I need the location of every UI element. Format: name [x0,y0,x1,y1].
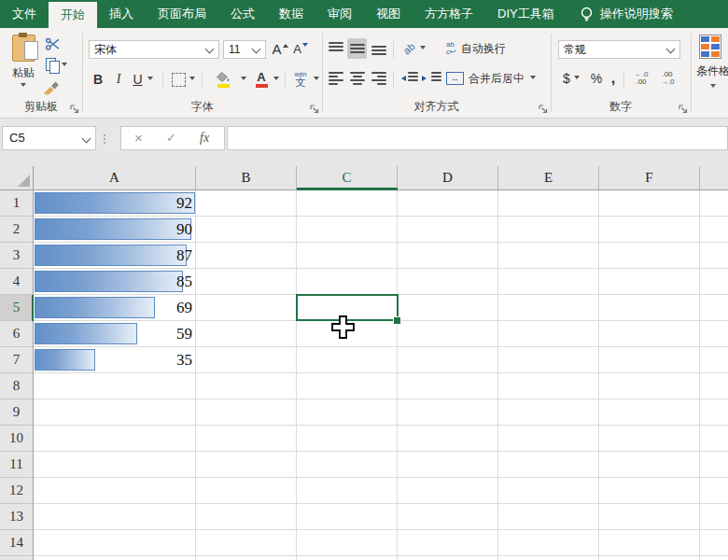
row-header-13[interactable]: 13 [0,504,33,530]
cut-button[interactable] [43,35,62,52]
accounting-format-button[interactable]: $ [558,68,584,89]
phonetic-guide-button[interactable]: wén文 [290,67,311,91]
font-size-combobox[interactable]: 11 [223,40,266,59]
tab-home[interactable]: 开始 [49,2,97,28]
tab-formulas[interactable]: 公式 [218,0,267,28]
row-header-4[interactable]: 4 [0,269,33,295]
borders-button[interactable] [168,69,198,90]
column-header-A[interactable]: A [34,166,196,189]
comma-glyph: , [611,70,615,87]
top-align-icon [329,42,343,55]
fill-handle[interactable] [393,316,401,325]
grow-font-button[interactable]: A [271,38,289,59]
tab-diy-toolbox[interactable]: DIY工具箱 [485,0,567,28]
column-header-C[interactable]: C [297,166,398,189]
row-header-11[interactable]: 11 [0,452,33,478]
row-header-12[interactable]: 12 [0,478,33,504]
align-center-button[interactable] [347,68,367,89]
decrease-decimal-icon: .00→.0 [661,71,675,86]
format-painter-button[interactable] [41,79,62,96]
row-header-1[interactable]: 1 [0,190,33,217]
cell-value: 59 [176,321,192,346]
cell-A4[interactable]: 85 [34,269,196,295]
percent-style-button[interactable]: % [588,68,605,89]
row-header-2[interactable]: 2 [0,217,33,243]
font-dialog-launcher[interactable] [310,105,319,114]
increase-indent-button[interactable] [421,68,441,89]
cell-A7[interactable]: 35 [34,347,196,373]
cell-A5[interactable]: 69 [34,295,196,321]
top-align-button[interactable] [326,38,345,59]
row-header-15[interactable]: 15 [0,556,33,560]
tab-insert[interactable]: 插入 [97,0,146,28]
wrap-text-icon: abc↩ [446,41,456,56]
row-header-6[interactable]: 6 [0,321,33,347]
tab-ffcell-addin[interactable]: 方方格子 [413,0,485,28]
middle-align-button[interactable] [347,38,367,59]
increase-decimal-button[interactable]: ←.0.00 [629,68,653,89]
font-name-chevron-icon [205,45,215,54]
conditional-formatting-caret[interactable] [707,82,719,91]
cell-A1[interactable]: 92 [34,190,196,217]
align-right-button[interactable] [369,68,388,89]
paste-button[interactable]: 粘贴 [4,33,43,91]
row-header-9[interactable]: 9 [0,399,33,426]
tell-me-search[interactable]: 操作说明搜索 [580,0,673,28]
bottom-align-button[interactable] [369,38,388,59]
conditional-formatting-button[interactable] [698,34,722,60]
shrink-font-button[interactable]: A [291,38,310,59]
copy-button[interactable] [42,57,70,74]
row-header-5[interactable]: 5 [0,295,33,321]
cell-A2[interactable]: 90 [34,217,196,243]
wrap-text-button[interactable]: abc↩ 自动换行 [446,38,539,59]
tell-me-label: 操作说明搜索 [600,6,673,22]
column-header-D[interactable]: D [398,166,498,189]
italic-button[interactable]: I [112,69,125,90]
fill-color-caret[interactable] [239,69,248,90]
orientation-button[interactable]: ab [399,38,430,59]
insert-function-button[interactable]: fx [200,127,209,149]
column-header-partial[interactable] [700,166,728,189]
decrease-indent-button[interactable] [398,68,418,89]
tab-review[interactable]: 审阅 [315,0,364,28]
font-name-combobox[interactable]: 宋体 [89,40,219,59]
phonetic-caret[interactable] [312,69,321,90]
cell-A6[interactable]: 59 [34,321,196,347]
column-header-F[interactable]: F [599,166,700,189]
ribbon: 粘贴 剪贴板 [0,28,728,119]
align-left-button[interactable] [326,68,345,89]
row-header-10[interactable]: 10 [0,426,33,452]
row-header-7[interactable]: 7 [0,347,33,373]
name-box[interactable]: C5 [2,126,96,150]
font-color-caret[interactable] [272,69,281,90]
merge-center-button[interactable]: ↔ 合并后居中 [446,68,549,89]
decrease-decimal-button[interactable]: .00→.0 [655,68,679,89]
clipboard-dialog-launcher[interactable] [70,105,79,114]
formula-input[interactable] [227,126,728,150]
column-header-E[interactable]: E [498,166,599,189]
align-left-icon [329,72,343,85]
bold-button[interactable]: B [90,69,106,90]
alignment-dialog-launcher[interactable] [539,105,548,114]
cell-A3[interactable]: 87 [34,243,196,269]
select-all-corner[interactable] [0,166,34,189]
number-format-combobox[interactable]: 常规 [558,40,680,59]
row-header-3[interactable]: 3 [0,243,33,269]
tab-page-layout[interactable]: 页面布局 [146,0,218,28]
tab-data[interactable]: 数据 [267,0,315,28]
formula-bar-resize-dots[interactable] [104,133,105,146]
tab-view[interactable]: 视图 [364,0,413,28]
paste-dropdown-caret [21,83,26,90]
row-header-14[interactable]: 14 [0,530,33,556]
underline-button[interactable]: U [129,69,157,90]
font-color-button[interactable]: A [252,67,271,91]
row-header-8[interactable]: 8 [0,373,33,399]
fill-color-button[interactable] [207,67,239,91]
currency-glyph: $ [563,71,570,86]
column-header-B[interactable]: B [196,166,297,189]
tab-file[interactable]: 文件 [0,0,49,28]
enter-button[interactable]: ✓ [166,127,176,149]
comma-style-button[interactable]: , [607,68,620,89]
number-dialog-launcher[interactable] [679,105,688,114]
cancel-button[interactable]: × [134,127,143,149]
